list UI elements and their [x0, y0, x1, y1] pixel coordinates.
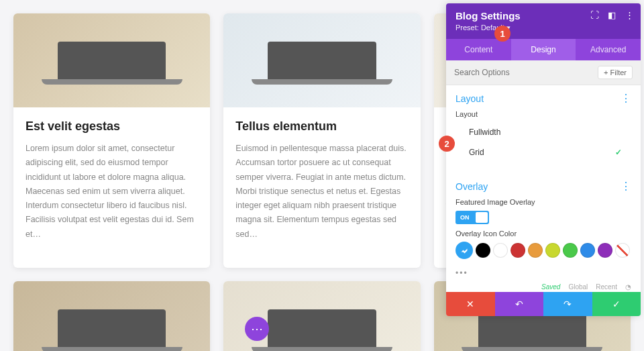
expand-icon[interactable]: ⛶: [590, 10, 599, 19]
card-image: [223, 281, 420, 351]
save-button[interactable]: ✓: [592, 292, 641, 316]
preset-selector[interactable]: Preset: Default ▾: [455, 23, 631, 32]
tabs: Content Design Advanced: [446, 39, 641, 60]
card-image: [13, 13, 210, 107]
cancel-button[interactable]: ✕: [446, 292, 495, 316]
filter-button[interactable]: + Filter: [598, 66, 633, 79]
blog-card[interactable]: Tellus elementum Euismod in pellentesque…: [223, 13, 420, 268]
palette-icon[interactable]: ◔: [625, 283, 631, 291]
section-menu-icon[interactable]: ⋮: [621, 92, 631, 105]
color-swatch[interactable]: [455, 242, 473, 259]
panel-header: Blog Settings Preset: Default ▾ ⛶ ◧ ⋮: [446, 3, 641, 39]
card-image: [13, 281, 210, 351]
status-global[interactable]: Global: [568, 283, 588, 291]
settings-panel: Blog Settings Preset: Default ▾ ⛶ ◧ ⋮ Co…: [446, 3, 641, 316]
card-title: Tellus elementum: [235, 119, 408, 134]
status-recent[interactable]: Recent: [596, 283, 617, 291]
layout-select: Fullwidth Grid: [455, 122, 631, 162]
more-icon[interactable]: •••: [446, 266, 641, 281]
color-label: Overlay Icon Color: [455, 230, 631, 238]
color-swatch[interactable]: [545, 243, 560, 258]
color-swatch[interactable]: [580, 243, 595, 258]
search-input[interactable]: [454, 68, 598, 77]
color-swatch[interactable]: [563, 243, 578, 258]
color-swatch[interactable]: [528, 243, 543, 258]
snap-icon[interactable]: ◧: [607, 10, 616, 19]
status-saved: Saved: [541, 283, 560, 291]
color-swatch[interactable]: [598, 243, 612, 258]
card-excerpt: Euismod in pellentesque massa placerat d…: [235, 142, 408, 242]
blog-card[interactable]: [13, 281, 210, 351]
layout-section-title[interactable]: Layout: [455, 93, 484, 104]
color-swatch[interactable]: [511, 243, 525, 258]
color-none-swatch[interactable]: [615, 243, 630, 258]
overlay-label: Featured Image Overlay: [455, 198, 631, 206]
overlay-section-title[interactable]: Overlay: [455, 181, 488, 192]
color-swatch[interactable]: [493, 243, 508, 258]
option-grid[interactable]: Grid: [455, 142, 631, 162]
option-fullwidth[interactable]: Fullwidth: [455, 122, 631, 142]
tab-content[interactable]: Content: [446, 39, 511, 60]
layout-label: Layout: [455, 110, 631, 118]
blog-card[interactable]: [223, 281, 420, 351]
color-picker: [455, 242, 631, 259]
overlay-toggle[interactable]: ON: [455, 211, 489, 224]
redo-button[interactable]: ↷: [543, 292, 592, 316]
tab-advanced[interactable]: Advanced: [576, 39, 641, 60]
annotation-badge-1: 1: [494, 26, 511, 42]
card-image: [223, 13, 420, 107]
annotation-badge-2: 2: [439, 136, 455, 152]
card-title: Est velit egestas: [25, 119, 198, 134]
color-swatch[interactable]: [476, 243, 490, 258]
module-fab-button[interactable]: ⋯: [245, 317, 269, 341]
card-excerpt: Lorem ipsum dolor sit amet, consectetur …: [25, 142, 198, 242]
more-icon[interactable]: ⋮: [625, 10, 634, 19]
tab-design[interactable]: Design: [511, 39, 576, 60]
undo-button[interactable]: ↶: [495, 292, 544, 316]
section-menu-icon[interactable]: ⋮: [621, 180, 631, 193]
blog-card[interactable]: Est velit egestas Lorem ipsum dolor sit …: [13, 13, 210, 268]
